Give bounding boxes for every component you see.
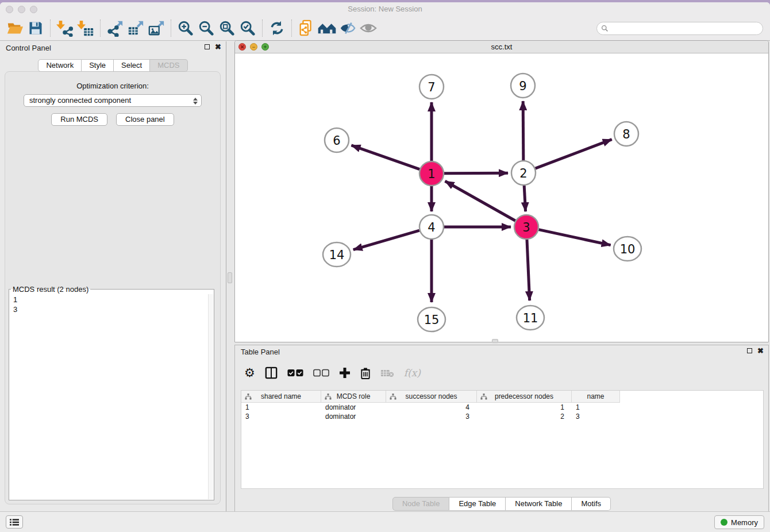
home-layout-icon[interactable]	[317, 18, 337, 38]
edge-3-10[interactable]	[539, 230, 611, 245]
table-cell[interactable]: 1	[572, 403, 620, 412]
edge-2-8[interactable]	[536, 140, 612, 169]
search-input[interactable]	[611, 25, 754, 33]
export-image-icon[interactable]	[146, 18, 167, 38]
list-icon	[10, 518, 19, 526]
close-table-panel-icon[interactable]: ✖	[757, 348, 764, 354]
table-cell[interactable]: dominator	[321, 403, 386, 412]
table-body: 1dominator4113dominator323	[241, 403, 763, 421]
table-tab-motifs[interactable]: Motifs	[572, 497, 611, 511]
edge-3-1[interactable]	[445, 181, 515, 221]
search-field[interactable]	[596, 22, 763, 35]
table-row[interactable]: 3dominator323	[241, 412, 763, 421]
column-header-predecessor-nodes[interactable]: predecessor nodes	[477, 391, 572, 403]
table-cell[interactable]: 3	[386, 412, 477, 421]
network-frame-titlebar[interactable]: ✕ − + scc.txt	[235, 41, 768, 53]
memory-button[interactable]: Memory	[714, 515, 764, 529]
edge-3-11[interactable]	[527, 240, 530, 300]
node-label-11: 11	[523, 311, 538, 325]
zoom-selected-icon[interactable]	[237, 18, 258, 38]
table-cell[interactable]: 1	[477, 403, 572, 412]
table-row[interactable]: 1dominator411	[241, 403, 763, 412]
save-session-icon[interactable]	[25, 18, 46, 38]
export-table-icon[interactable]	[125, 18, 146, 38]
column-header-shared-name[interactable]: shared name	[241, 391, 321, 403]
node-label-4: 4	[428, 221, 435, 234]
table-tabs: Node TableEdge TableNetwork TableMotifs	[235, 497, 768, 511]
node-label-8: 8	[622, 128, 630, 141]
edge-2-3[interactable]	[524, 186, 525, 211]
tab-style[interactable]: Style	[82, 59, 114, 72]
table-cell[interactable]: 2	[477, 412, 572, 421]
network-graph[interactable]: 1234678910111415	[235, 53, 768, 342]
zoom-in-icon[interactable]	[175, 18, 196, 38]
task-history-button[interactable]	[6, 515, 23, 529]
column-header-name[interactable]: name	[572, 391, 620, 403]
import-network-icon[interactable]	[55, 18, 75, 38]
main-toolbar	[0, 16, 770, 41]
tab-select[interactable]: Select	[114, 59, 150, 72]
show-details-icon	[358, 18, 379, 38]
node-label-15: 15	[424, 313, 440, 327]
table-tab-node-table[interactable]: Node Table	[392, 497, 450, 511]
column-header-successor-nodes[interactable]: successor nodes	[386, 391, 477, 403]
result-scrollbar[interactable]	[208, 294, 213, 499]
edge-4-14[interactable]	[353, 230, 419, 249]
close-panel-icon[interactable]: ✖	[215, 44, 221, 50]
import-table-icon[interactable]	[75, 18, 96, 38]
toggle-details-icon[interactable]	[337, 18, 358, 38]
edge-1-6[interactable]	[351, 145, 419, 169]
mcds-result-list[interactable]: 13	[10, 295, 207, 499]
zoom-out-icon[interactable]	[196, 18, 217, 38]
close-panel-button[interactable]: Close panel	[116, 113, 174, 126]
table-toolbar: ⚙ f(x)	[235, 358, 768, 388]
table-cell[interactable]: dominator	[321, 412, 386, 421]
vertical-splitter-handle[interactable]	[228, 272, 232, 283]
edge-1-2[interactable]	[444, 173, 508, 174]
delete-table-icon	[380, 365, 394, 380]
tab-mcds[interactable]: MCDS	[150, 59, 187, 72]
horizontal-splitter-handle[interactable]	[492, 339, 498, 343]
node-table[interactable]: shared nameMCDS rolesuccessor nodesprede…	[241, 390, 764, 489]
unselect-all-columns-icon[interactable]	[313, 365, 329, 380]
window-titlebar: Session: New Session	[0, 2, 770, 16]
table-header-row: shared nameMCDS rolesuccessor nodesprede…	[241, 391, 763, 403]
node-label-2: 2	[519, 167, 527, 180]
float-panel-icon[interactable]	[205, 44, 210, 49]
node-label-14: 14	[329, 248, 345, 262]
memory-label: Memory	[731, 518, 758, 527]
network-from-file-icon[interactable]	[296, 18, 317, 38]
open-session-icon[interactable]	[5, 18, 25, 38]
table-cell[interactable]: 4	[386, 403, 477, 412]
delete-column-icon[interactable]	[360, 365, 371, 380]
float-table-panel-icon[interactable]	[747, 348, 752, 353]
table-panel-title: Table Panel	[241, 348, 280, 356]
table-tab-edge-table[interactable]: Edge Table	[449, 497, 506, 511]
memory-status-icon	[721, 519, 727, 526]
network-view-frame: ✕ − + scc.txt 1234678910111415	[234, 40, 769, 342]
column-header-MCDS-role[interactable]: MCDS role	[321, 391, 386, 403]
toggle-panes-icon[interactable]	[265, 365, 278, 380]
toolbar-separator	[171, 20, 171, 37]
control-panel: Control Panel ✖ NetworkStyleSelectMCDS O…	[0, 41, 226, 511]
session-window: Session: New Session	[0, 2, 770, 532]
tab-network[interactable]: Network	[38, 59, 82, 72]
refresh-icon[interactable]	[267, 18, 287, 38]
criterion-select[interactable]: strongly connected component	[24, 94, 202, 107]
table-options-icon[interactable]: ⚙	[244, 365, 255, 380]
criterion-value: strongly connected component	[29, 96, 131, 105]
run-mcds-button[interactable]: Run MCDS	[51, 113, 107, 126]
table-cell[interactable]: 3	[241, 412, 321, 421]
mcds-panel: Optimization criterion: strongly connect…	[5, 71, 221, 504]
table-cell[interactable]: 1	[241, 403, 321, 412]
export-network-icon[interactable]	[105, 18, 125, 38]
edge-2-9[interactable]	[523, 101, 523, 160]
select-all-columns-icon[interactable]	[287, 365, 303, 380]
network-canvas[interactable]: 1234678910111415	[235, 53, 768, 342]
table-cell[interactable]: 3	[572, 412, 620, 421]
mcds-result-item[interactable]: 1	[10, 295, 207, 304]
table-tab-network-table[interactable]: Network Table	[506, 497, 572, 511]
zoom-fit-icon[interactable]	[217, 18, 237, 38]
mcds-result-item[interactable]: 3	[10, 304, 207, 314]
add-column-icon[interactable]	[339, 365, 351, 380]
